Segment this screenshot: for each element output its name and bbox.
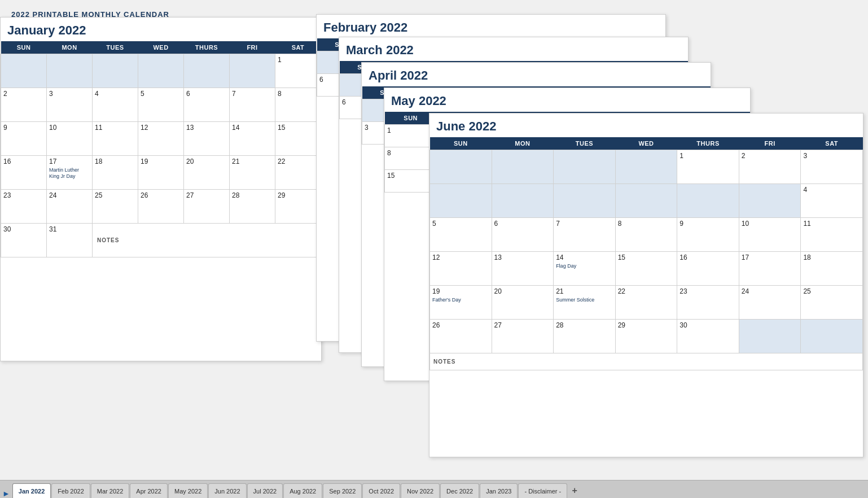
tab-mar-2022[interactable]: Mar 2022 [91,483,129,498]
table-cell: 21 [230,156,275,190]
jun-col-wed: WED [615,137,677,150]
table-cell: 10 [47,122,93,156]
table-cell [138,54,184,88]
table-cell: 29 [275,190,321,224]
table-cell: 31 [47,224,93,257]
table-cell: 23 [677,286,739,320]
table-cell [47,54,93,88]
table-cell: 30 [677,320,739,353]
tab-scroll-left-icon[interactable]: ► [2,489,10,498]
june-notes: NOTES [430,353,863,370]
table-cell [801,320,863,353]
table-cell: 20 [184,156,230,190]
table-cell: 18 [93,156,138,190]
may-title: May 2022 [384,88,750,112]
table-cell [677,184,739,218]
february-title: February 2022 [317,15,665,38]
jun-col-tue: TUES [554,137,616,150]
table-cell: 9 [677,218,739,252]
table-cell: 1 [677,150,739,184]
table-cell [1,54,47,88]
table-cell: 29 [615,320,677,353]
notes-cell: NOTES [93,224,321,257]
table-cell: 6 [492,218,554,252]
table-cell: 23 [1,190,47,224]
table-cell: 17Martin Luther King Jr Day [47,156,93,190]
tab-oct-2022[interactable]: Oct 2022 [362,483,400,498]
tab-jan-2022[interactable]: Jan 2022 [12,483,51,498]
table-cell: 16 [677,252,739,286]
table-cell: 8 [275,88,321,122]
table-cell [739,184,801,218]
table-cell: 8 [615,218,677,252]
tab-aug-2022[interactable]: Aug 2022 [283,483,322,498]
tab-feb-2022[interactable]: Feb 2022 [51,483,90,498]
table-cell: 17 [739,252,801,286]
table-cell: 10 [739,218,801,252]
table-cell: 28 [230,190,275,224]
calendar-january: January 2022 SUN MON TUES WED THURS FRI … [0,17,322,361]
table-cell: 12 [430,252,492,286]
table-cell: 14 [230,122,275,156]
table-cell: 27 [492,320,554,353]
table-cell: 2 [1,88,47,122]
table-cell: 26 [430,320,492,353]
table-cell: 22 [615,286,677,320]
table-cell: 22 [275,156,321,190]
table-cell: 24 [47,190,93,224]
table-cell [615,150,677,184]
june-grid: SUN MON TUES WED THURS FRI SAT 1 2 [429,137,863,370]
table-cell: 2 [739,150,801,184]
table-cell [739,320,801,353]
jan-col-sat: SAT [275,41,321,54]
table-cell: 20 [492,286,554,320]
jun-col-fri: FRI [739,137,801,150]
april-title: April 2022 [362,63,711,86]
table-cell: 27 [184,190,230,224]
tab-sep-2022[interactable]: Sep 2022 [323,483,362,498]
table-cell: 30 [1,224,47,257]
table-cell: 7 [230,88,275,122]
table-cell: 16 [1,156,47,190]
table-cell: 28 [554,320,616,353]
table-cell: 1 [275,54,321,88]
table-cell [554,184,616,218]
jun-col-mon: MON [492,137,554,150]
jan-col-fri: FRI [230,41,275,54]
tab-jan-2023[interactable]: Jan 2023 [480,483,518,498]
table-cell: 14Flag Day [554,252,616,286]
tab-apr-2022[interactable]: Apr 2022 [130,483,168,498]
tab-nov-2022[interactable]: Nov 2022 [401,483,440,498]
table-cell [230,54,275,88]
tab-dec-2022[interactable]: Dec 2022 [440,483,479,498]
table-cell: 9 [1,122,47,156]
tab-jun-2022[interactable]: Jun 2022 [208,483,246,498]
table-cell: 19Father's Day [430,286,492,320]
jan-col-thu: THURS [184,41,230,54]
jun-col-thu: THURS [677,137,739,150]
jan-col-wed: WED [138,41,184,54]
table-cell [554,150,616,184]
table-cell: 24 [739,286,801,320]
calendar-june: June 2022 SUN MON TUES WED THURS FRI SAT [429,113,863,457]
table-cell: 3 [47,88,93,122]
main-area: 2022 PRINTABLE MONTHLY CALENDAR January … [0,0,868,480]
table-cell: 15 [615,252,677,286]
jan-col-mon: MON [47,41,93,54]
table-cell [492,184,554,218]
table-cell: 21Summer Solstice [554,286,616,320]
table-cell: 13 [184,122,230,156]
jun-col-sun: SUN [430,137,492,150]
tab-jul-2022[interactable]: Jul 2022 [247,483,283,498]
jun-col-sat: SAT [801,137,863,150]
jan-col-tue: TUES [93,41,138,54]
tab-disclaimer[interactable]: - Disclaimer - [518,483,567,498]
table-cell: 12 [138,122,184,156]
table-cell: 5 [138,88,184,122]
add-tab-button[interactable]: + [568,483,581,498]
tab-bar: ► Jan 2022 Feb 2022 Mar 2022 Apr 2022 Ma… [0,480,868,498]
table-cell: 5 [430,218,492,252]
january-grid: SUN MON TUES WED THURS FRI SAT 1 [1,41,321,257]
table-cell: 19 [138,156,184,190]
tab-may-2022[interactable]: May 2022 [168,483,208,498]
